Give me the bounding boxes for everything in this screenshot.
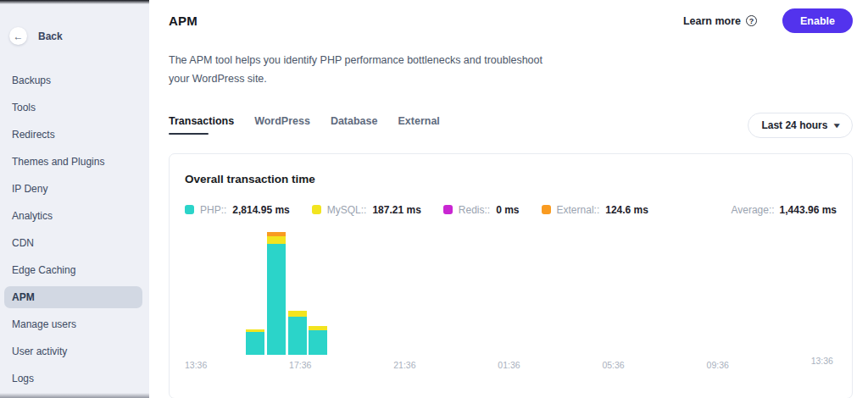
- time-range-label: Last 24 hours: [761, 119, 827, 131]
- legend-value: 124.6 ms: [605, 204, 648, 216]
- legend-average: Average:: 1,443.96 ms: [731, 204, 837, 216]
- legend-label: Redis::: [459, 204, 490, 216]
- enable-button[interactable]: Enable: [782, 8, 853, 33]
- bar-segment-php: [246, 332, 264, 355]
- back-label: Back: [38, 30, 63, 42]
- page-header: APM Learn more ? Enable: [169, 0, 853, 33]
- tabs-row: TransactionsWordPressDatabaseExternal La…: [169, 113, 853, 138]
- tab-wordpress[interactable]: WordPress: [254, 115, 310, 135]
- legend-value: 0 ms: [496, 204, 519, 216]
- sidebar-nav: BackupsToolsRedirectsThemes and PluginsI…: [0, 67, 149, 392]
- stacked-bar-1825[interactable]: [309, 326, 327, 355]
- legend-value: 187.21 ms: [372, 204, 420, 216]
- chart-plot[interactable]: [185, 224, 837, 355]
- x-tick: 05:36: [602, 360, 624, 370]
- legend-label: External::: [557, 204, 600, 216]
- x-tick: 13:36: [185, 360, 207, 370]
- legend-item-php-: PHP::2,814.95 ms: [185, 204, 290, 216]
- legend-swatch: [443, 205, 453, 214]
- x-tick: 09:36: [707, 360, 729, 370]
- sidebar-item-backups[interactable]: Backups: [4, 69, 142, 91]
- help-circle-icon: ?: [746, 15, 757, 26]
- average-value: 1,443.96 ms: [780, 204, 837, 216]
- page-title: APM: [169, 14, 198, 28]
- sidebar-item-apm[interactable]: APM: [4, 286, 142, 308]
- legend-swatch: [312, 205, 321, 214]
- sidebar-item-ip-deny[interactable]: IP Deny: [4, 178, 142, 200]
- main-content: APM Learn more ? Enable The APM tool hel…: [149, 0, 868, 398]
- sidebar-item-themes-and-plugins[interactable]: Themes and Plugins: [4, 151, 142, 173]
- bar-segment-mysql: [267, 236, 286, 244]
- x-tick: 01:36: [498, 360, 520, 370]
- sidebar-item-manage-users[interactable]: Manage users: [4, 313, 142, 335]
- stacked-bar-1736[interactable]: [288, 311, 307, 355]
- back-arrow-icon: ←: [9, 27, 27, 45]
- bar-segment-php: [309, 330, 327, 355]
- tabs: TransactionsWordPressDatabaseExternal: [169, 115, 440, 135]
- legend-items: PHP::2,814.95 msMySQL::187.21 msRedis::0…: [185, 204, 731, 216]
- legend-row: PHP::2,814.95 msMySQL::187.21 msRedis::0…: [185, 204, 837, 216]
- x-tick: 21:36: [393, 360, 415, 370]
- bar-segment-php: [267, 244, 286, 355]
- tab-transactions[interactable]: Transactions: [169, 115, 234, 135]
- card-title: Overall transaction time: [185, 173, 837, 185]
- legend-value: 2,814.95 ms: [232, 204, 289, 216]
- x-axis-ticks: 13:3617:3621:3601:3605:3609:3613:36: [185, 360, 837, 370]
- average-label: Average::: [731, 204, 774, 216]
- legend-item-redis-: Redis::0 ms: [443, 204, 520, 216]
- back-button[interactable]: ← Back: [0, 0, 149, 45]
- time-range-dropdown[interactable]: Last 24 hours ▾: [748, 113, 853, 138]
- x-tick: 17:36: [289, 360, 311, 370]
- sidebar-item-analytics[interactable]: Analytics: [4, 205, 142, 227]
- legend-swatch: [185, 205, 194, 214]
- tab-external[interactable]: External: [398, 115, 439, 135]
- header-actions: Learn more ? Enable: [683, 8, 853, 33]
- learn-more-label: Learn more: [683, 15, 741, 27]
- chevron-down-icon: ▾: [835, 121, 840, 130]
- app-window: ← Back BackupsToolsRedirectsThemes and P…: [0, 0, 868, 398]
- sidebar-item-cdn[interactable]: CDN: [4, 232, 142, 254]
- legend-label: MySQL::: [327, 204, 367, 216]
- stacked-bar-1640[interactable]: [267, 232, 286, 355]
- legend-item-external-: External::124.6 ms: [542, 204, 648, 216]
- transaction-time-card: Overall transaction time PHP::2,814.95 m…: [169, 153, 853, 398]
- sidebar-item-logs[interactable]: Logs: [4, 368, 142, 390]
- stacked-bar-1550[interactable]: [246, 329, 264, 355]
- bar-segment-mysql: [288, 311, 307, 317]
- sidebar: ← Back BackupsToolsRedirectsThemes and P…: [0, 0, 149, 398]
- legend-item-mysql-: MySQL::187.21 ms: [312, 204, 421, 216]
- bar-segment-php: [288, 317, 307, 355]
- x-tick: 13:36: [811, 356, 833, 366]
- legend-label: PHP::: [200, 204, 226, 216]
- legend-swatch: [542, 205, 551, 214]
- learn-more-link[interactable]: Learn more ?: [683, 15, 757, 27]
- tab-database[interactable]: Database: [331, 115, 378, 135]
- sidebar-item-redirects[interactable]: Redirects: [4, 124, 142, 146]
- sidebar-item-user-activity[interactable]: User activity: [4, 340, 142, 362]
- sidebar-item-tools[interactable]: Tools: [4, 97, 142, 119]
- sidebar-item-edge-caching[interactable]: Edge Caching: [4, 259, 142, 281]
- page-description: The APM tool helps you identify PHP perf…: [169, 52, 552, 89]
